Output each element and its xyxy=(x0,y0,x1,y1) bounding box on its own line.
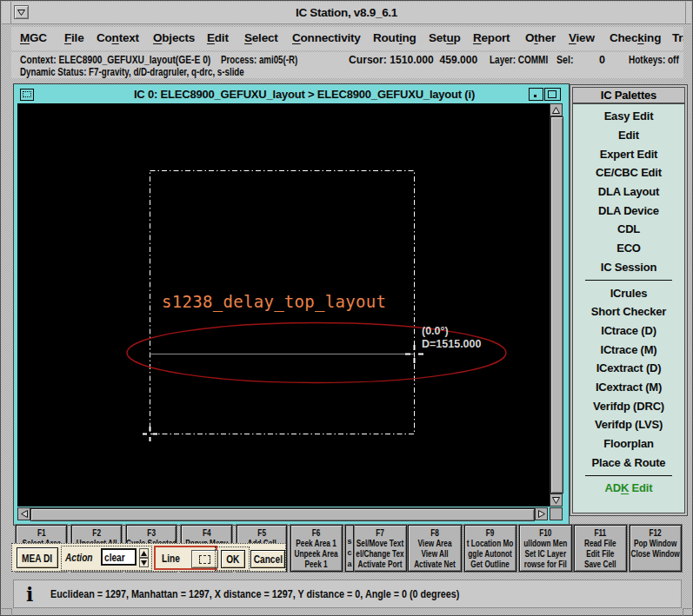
frame-corner xyxy=(10,2,11,23)
measure-prompt-bar: MEA DI Action clear Line OK Cancel xyxy=(11,543,286,572)
palette-item-icextract-m-[interactable]: ICextract (M) xyxy=(573,378,684,397)
palette-item-ictrace-m-[interactable]: ICtrace (M) xyxy=(573,340,684,359)
palette-item-dla-layout[interactable]: DLA Layout xyxy=(573,182,684,202)
menu-context[interactable]: Context xyxy=(97,31,139,44)
info-icon: i xyxy=(26,583,33,606)
action-spinner xyxy=(139,548,149,567)
palette-item-adk-edit[interactable]: ADK Edit xyxy=(573,479,684,498)
menu-mgc[interactable]: MGC xyxy=(20,31,47,44)
status-sel-value: 0 xyxy=(599,54,605,66)
palette-item-floorplan[interactable]: Floorplan xyxy=(573,434,684,454)
status-panel: Context: ELEC8900_GEFUXU_layout(GE-E 0) … xyxy=(11,52,683,78)
palette-item-verifdp-drc-[interactable]: Verifdp (DRC) xyxy=(573,396,684,415)
status-context: Context: ELEC8900_GEFUXU_layout(GE-E 0) xyxy=(20,54,210,66)
status-cursor: Cursor: 1510.000 459.000 xyxy=(349,54,477,66)
status-sel-label: Sel: xyxy=(556,54,573,66)
fkey-f7[interactable]: F7Sel/Move Textel/Change TexActivate Por… xyxy=(353,525,407,572)
fkey-f11[interactable]: F11Read FileEdit FileSave Cell xyxy=(574,525,627,572)
menu-setup[interactable]: Setup xyxy=(429,31,461,44)
line-label: Line xyxy=(162,552,185,565)
menu-file[interactable]: File xyxy=(64,31,83,44)
vertical-scrollbar[interactable] xyxy=(550,103,563,507)
layout-editor-window: IC 0: ELEC8900_GEFUXU_layout > ELEC8900_… xyxy=(13,83,570,526)
ok-button[interactable]: OK xyxy=(221,550,245,568)
fkey-f6[interactable]: F6Peek Area 1Unpeek AreaPeek 1 xyxy=(290,525,343,572)
ic-palettes-panel: IC Palettes Easy EditEditExpert EditCE/C… xyxy=(570,84,688,516)
menu-checking[interactable]: Checking xyxy=(610,31,661,44)
minimize-button[interactable] xyxy=(529,88,543,101)
message-bar: i Euclidean = 1297, Manhattan = 1297, X … xyxy=(13,580,682,608)
line-style-icon xyxy=(199,555,210,564)
palette-item-cdl[interactable]: CDL xyxy=(573,220,684,239)
line-option-group: Line xyxy=(154,546,217,570)
scroll-down-arrow[interactable] xyxy=(550,493,562,506)
horizontal-scrollbar[interactable] xyxy=(17,507,548,520)
horizontal-scroll-thumb[interactable] xyxy=(30,508,535,521)
palette-item-place-route[interactable]: Place & Route xyxy=(573,453,684,472)
frame-corner xyxy=(683,608,683,616)
vertical-scroll-thumb[interactable] xyxy=(550,116,563,493)
palette-item-ictrace-d-[interactable]: ICtrace (D) xyxy=(573,321,684,341)
scroll-right-arrow[interactable] xyxy=(535,508,547,520)
frame-corner xyxy=(683,608,693,609)
palette-item-easy-edit[interactable]: Easy Edit xyxy=(573,107,684,126)
status-process: Process: ami05(-R) xyxy=(221,54,297,66)
maximize-button[interactable] xyxy=(544,88,561,101)
scroll-left-arrow[interactable] xyxy=(18,508,30,520)
menu-objects[interactable]: Objects xyxy=(153,31,195,44)
window-title: IC Station, v8.9_6.1 xyxy=(2,6,691,19)
palette-header: IC Palettes xyxy=(572,87,685,103)
palette-item-short-checker[interactable]: Short Checker xyxy=(573,302,684,321)
cancel-button[interactable]: Cancel xyxy=(250,550,285,568)
status-hotkeys: Hotkeys: off xyxy=(629,54,679,66)
origin-crosshair xyxy=(143,427,157,441)
palette-item-ic-session[interactable]: IC Session xyxy=(573,258,684,277)
fkey-f10[interactable]: F10ulldown MenSet IC Layerrowse for Fil xyxy=(519,525,572,572)
action-input[interactable]: clear xyxy=(101,548,137,566)
layout-window-title: IC 0: ELEC8900_GEFUXU_layout > ELEC8900_… xyxy=(44,88,564,101)
frame-corner xyxy=(685,2,686,23)
palette-item-edit[interactable]: Edit xyxy=(573,126,684,145)
status-layer: Layer: COMMI xyxy=(490,54,548,66)
mea-di-button[interactable]: MEA DI xyxy=(17,547,58,568)
palette-item-verifdp-lvs-[interactable]: Verifdp (LVS) xyxy=(573,415,684,434)
ic-station-window: IC Station, v8.9_6.1 MGCFileContextObjec… xyxy=(0,0,693,616)
status-dynamic: Dynamic Status: F7-gravity, d/D-dragrule… xyxy=(20,66,244,78)
menu-select[interactable]: Select xyxy=(244,31,278,44)
fkey-f12[interactable]: F12Pop WindowClose Window xyxy=(630,525,682,572)
menu-edit[interactable]: Edit xyxy=(207,31,229,44)
spinner-up-button[interactable] xyxy=(139,548,149,558)
message-text: Euclidean = 1297, Manhattan = 1297, X di… xyxy=(50,588,459,600)
window-titlebar[interactable]: IC Station, v8.9_6.1 xyxy=(2,2,691,24)
palette-separator xyxy=(585,475,672,476)
palette-item-dla-device[interactable]: DLA Device xyxy=(573,201,684,220)
fkey-prefix-column: sca xyxy=(345,525,354,572)
frame-corner xyxy=(11,608,12,616)
menu-view[interactable]: View xyxy=(569,31,595,44)
palette-item-icextract-d-[interactable]: ICextract (D) xyxy=(573,359,684,378)
menu-bar: MGCFileContextObjectsEditSelectConnectiv… xyxy=(11,27,683,50)
menu-routing[interactable]: Routing xyxy=(373,31,416,44)
menu-report[interactable]: Report xyxy=(473,31,510,44)
scroll-up-arrow[interactable] xyxy=(550,104,562,116)
palette-item-icrules[interactable]: ICrules xyxy=(573,283,684,302)
measure-angle-text: (0.0°) xyxy=(422,325,449,337)
fkey-f8[interactable]: F8View AreaView AllActivate Net xyxy=(408,525,462,572)
layout-drawing: s1238_delay_top_layout (0.0°) D=1515.000 xyxy=(17,103,550,507)
palette-item-expert-edit[interactable]: Expert Edit xyxy=(573,144,684,163)
fkey-f9[interactable]: F9t Location Moggle AutonotGet Outline xyxy=(464,525,516,572)
menu-connectivity[interactable]: Connectivity xyxy=(292,31,361,44)
menu-other[interactable]: Other xyxy=(525,31,556,44)
menu-tra[interactable]: Tra xyxy=(672,31,683,44)
palette-item-eco[interactable]: ECO xyxy=(573,239,684,258)
scrollbar-corner xyxy=(550,507,563,520)
measure-distance-text: D=1515.000 xyxy=(422,338,482,350)
spinner-down-button[interactable] xyxy=(139,558,149,567)
layout-canvas[interactable]: s1238_delay_top_layout (0.0°) D=1515.000 xyxy=(17,103,550,507)
palette-item-ce-cbc-edit[interactable]: CE/CBC Edit xyxy=(573,163,684,182)
cell-name-label: s1238_delay_top_layout xyxy=(162,292,386,312)
layout-window-titlebar[interactable]: IC 0: ELEC8900_GEFUXU_layout > ELEC8900_… xyxy=(17,86,564,103)
window-menu-icon[interactable] xyxy=(20,89,34,101)
palette-list: Easy EditEditExpert EditCE/CBC EditDLA L… xyxy=(572,103,685,513)
palette-separator xyxy=(585,280,672,281)
